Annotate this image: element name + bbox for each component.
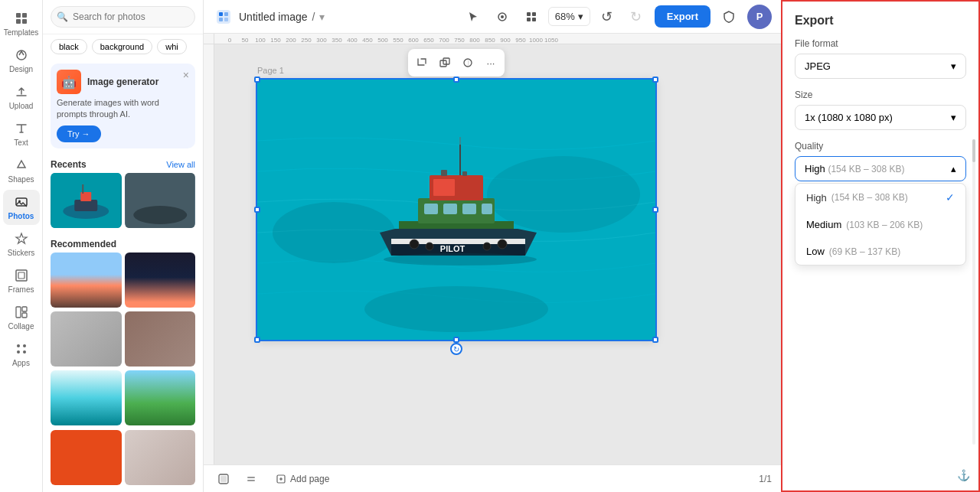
svg-point-12 bbox=[17, 344, 20, 347]
recommended-photo-2[interactable] bbox=[125, 253, 196, 308]
quality-high-check: ✓ bbox=[946, 191, 955, 204]
size-select[interactable]: 1x (1080 x 1080 px) ▾ bbox=[795, 105, 966, 130]
recommended-photo-7[interactable] bbox=[51, 430, 122, 485]
quality-dropdown-trigger[interactable]: High (154 KB – 308 KB) ▴ bbox=[795, 156, 966, 181]
svg-rect-46 bbox=[482, 204, 492, 214]
clone-tool-button[interactable] bbox=[434, 52, 456, 73]
recommended-photo-3[interactable] bbox=[51, 311, 122, 367]
redo-button[interactable]: ↻ bbox=[624, 5, 648, 29]
svg-rect-8 bbox=[18, 272, 24, 279]
panel-scrollbar[interactable] bbox=[972, 139, 975, 445]
sidebar-item-stickers[interactable]: Stickers bbox=[3, 226, 40, 262]
view-all-link[interactable]: View all bbox=[166, 160, 195, 169]
svg-rect-26 bbox=[219, 18, 223, 21]
svg-point-38 bbox=[273, 202, 395, 263]
tag-black[interactable]: black bbox=[51, 39, 87, 54]
promo-close-button[interactable]: × bbox=[183, 70, 189, 80]
add-page-button[interactable]: Add page bbox=[268, 471, 337, 487]
recommended-label: Recommended bbox=[43, 234, 203, 253]
sidebar-item-templates[interactable]: Templates bbox=[3, 6, 40, 41]
svg-point-40 bbox=[364, 286, 548, 332]
more-options-button[interactable]: ··· bbox=[480, 52, 501, 73]
page-thumbnail-button[interactable] bbox=[213, 468, 234, 490]
promo-try-button[interactable]: Try → bbox=[57, 125, 101, 142]
recents-label: Recents bbox=[51, 159, 87, 170]
recents-section-header: Recents View all bbox=[43, 153, 203, 173]
doc-title-chevron[interactable]: ▾ bbox=[319, 11, 325, 23]
recommended-grid bbox=[43, 253, 203, 492]
design-icon bbox=[14, 47, 29, 63]
tag-row: black background whi bbox=[43, 34, 203, 59]
recommended-photo-4[interactable] bbox=[125, 311, 196, 367]
layers-button[interactable] bbox=[240, 468, 262, 490]
search-bar-container: 🔍 bbox=[43, 0, 203, 34]
sidebar: Templates Design Upload Text bbox=[0, 0, 43, 492]
svg-rect-20 bbox=[82, 184, 83, 194]
svg-rect-10 bbox=[22, 307, 27, 311]
file-format-select[interactable]: JPEG ▾ bbox=[795, 54, 966, 79]
pan-tool-button[interactable] bbox=[490, 5, 514, 29]
sidebar-item-design-label: Design bbox=[9, 65, 33, 73]
select-tool-button[interactable] bbox=[461, 5, 485, 29]
top-bar: Untitled image / ▾ bbox=[204, 0, 781, 34]
svg-rect-24 bbox=[219, 12, 223, 16]
scrollbar-thumb[interactable] bbox=[972, 139, 975, 162]
image-toolbar: ··· bbox=[408, 49, 505, 77]
sidebar-item-collage[interactable]: Collage bbox=[3, 300, 40, 335]
svg-rect-32 bbox=[527, 18, 531, 21]
export-button[interactable]: Export bbox=[655, 5, 710, 28]
sidebar-item-photos[interactable]: Photos bbox=[3, 190, 40, 225]
sidebar-item-frames[interactable]: Frames bbox=[3, 263, 40, 298]
left-panel: 🔍 black background whi 🤖 Image generator… bbox=[43, 0, 204, 492]
undo-button[interactable]: ↺ bbox=[595, 5, 619, 29]
file-format-value: JPEG bbox=[805, 60, 831, 72]
upload-icon bbox=[14, 84, 29, 99]
search-input[interactable] bbox=[51, 6, 195, 28]
svg-point-29 bbox=[501, 15, 504, 18]
recents-grid bbox=[43, 173, 203, 234]
recommended-photo-6[interactable] bbox=[125, 370, 196, 425]
tag-background[interactable]: background bbox=[92, 39, 153, 54]
svg-rect-48 bbox=[433, 179, 455, 196]
boat-image[interactable]: PILOT bbox=[257, 80, 655, 340]
canvas-wrapper: 0 50 100 150 200 250 300 350 400 450 500… bbox=[204, 34, 781, 464]
quality-option-medium[interactable]: Medium (103 KB – 206 KB) bbox=[795, 211, 965, 238]
mask-tool-button[interactable] bbox=[457, 52, 479, 73]
security-button[interactable] bbox=[717, 5, 741, 29]
recommended-photo-8[interactable] bbox=[125, 430, 196, 485]
size-section: Size 1x (1080 x 1080 px) ▾ bbox=[795, 90, 966, 130]
doc-icon bbox=[213, 6, 234, 28]
rotate-handle[interactable]: ↻ bbox=[450, 343, 462, 355]
quality-option-high[interactable]: High (154 KB – 308 KB) ✓ bbox=[795, 184, 965, 211]
svg-point-53 bbox=[410, 239, 419, 249]
shapes-icon bbox=[14, 158, 29, 173]
sidebar-item-shapes[interactable]: Shapes bbox=[3, 153, 40, 188]
recommended-photo-5[interactable] bbox=[51, 370, 122, 425]
promo-title: Image generator bbox=[87, 77, 158, 87]
doc-title-slash: / bbox=[312, 11, 315, 23]
sidebar-item-templates-label: Templates bbox=[4, 28, 39, 37]
zoom-control[interactable]: 68% ▾ bbox=[548, 7, 590, 26]
svg-rect-44 bbox=[443, 204, 457, 214]
search-icon: 🔍 bbox=[57, 11, 68, 22]
photos-icon bbox=[14, 194, 29, 210]
sidebar-item-upload[interactable]: Upload bbox=[3, 80, 40, 115]
templates-icon bbox=[14, 11, 29, 26]
sidebar-item-text[interactable]: Text bbox=[3, 116, 40, 152]
file-format-chevron: ▾ bbox=[951, 60, 956, 72]
canvas-image-container[interactable]: PILOT bbox=[257, 80, 655, 340]
tag-white[interactable]: whi bbox=[157, 39, 187, 54]
doc-title: Untitled image bbox=[239, 11, 308, 23]
sidebar-item-design[interactable]: Design bbox=[3, 43, 40, 78]
svg-rect-25 bbox=[224, 12, 228, 16]
grid-tool-button[interactable] bbox=[519, 5, 544, 29]
recommended-photo-1[interactable] bbox=[51, 253, 122, 308]
avatar[interactable]: P bbox=[747, 5, 772, 29]
crop-tool-button[interactable] bbox=[411, 52, 433, 73]
svg-rect-3 bbox=[22, 19, 27, 24]
recent-photo-2[interactable] bbox=[125, 173, 196, 228]
sidebar-item-apps[interactable]: Apps bbox=[3, 337, 40, 372]
main-area: Untitled image / ▾ bbox=[204, 0, 781, 492]
quality-option-low[interactable]: Low (69 KB – 137 KB) bbox=[795, 238, 965, 265]
recent-photo-1[interactable] bbox=[51, 173, 122, 228]
